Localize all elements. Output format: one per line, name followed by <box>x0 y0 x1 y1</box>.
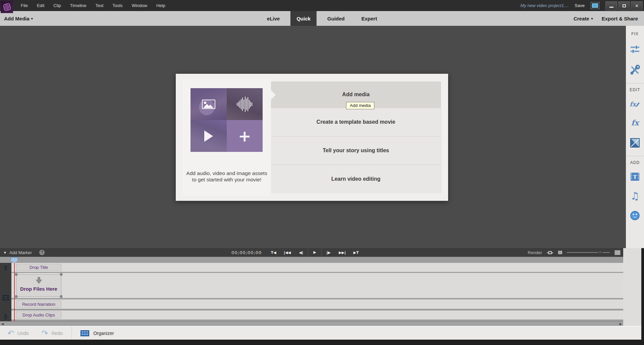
drop-files-label: Drop Files Here <box>20 286 57 292</box>
help-icon[interactable]: ? <box>39 250 45 255</box>
svg-text:T: T <box>633 174 637 180</box>
record-narration-zone[interactable]: Record Narration <box>16 300 61 308</box>
menu-items: File Edit Clip Timeline Text Tools Windo… <box>21 3 165 8</box>
add-marker-button[interactable]: Add Marker <box>9 250 32 255</box>
video-track-row[interactable]: Drop Files Here <box>11 273 623 298</box>
effects-icon[interactable]: fx <box>629 117 641 128</box>
menu-tools[interactable]: Tools <box>112 3 122 8</box>
redo-label: Redo <box>52 331 63 336</box>
waveform-icon <box>237 97 252 112</box>
audio-tile <box>227 88 263 120</box>
zoom-to-fit-icon[interactable]: ◂▸ <box>547 251 553 254</box>
tab-expert[interactable]: Expert <box>356 11 383 26</box>
save-button[interactable]: Save <box>575 3 585 8</box>
organizer-label: Organizer <box>93 331 114 336</box>
timeline-toolbar: ▼ Add Marker ? 00;00;00;00 T◀ |◀◀ ◀| ▶ |… <box>0 248 623 257</box>
menu-text[interactable]: Text <box>95 3 103 8</box>
scroll-left-icon[interactable]: ◀ <box>1 322 4 326</box>
menu-clip[interactable]: Clip <box>53 3 61 8</box>
zoom-slider[interactable] <box>567 252 610 253</box>
resize-handle[interactable] <box>15 295 17 298</box>
title-track-row[interactable]: Drop Title <box>11 263 623 272</box>
scroll-right-icon[interactable]: ▶ <box>620 322 622 326</box>
image-icon <box>202 100 215 109</box>
close-button[interactable]: ✕ <box>631 1 643 10</box>
fix-tools-icon[interactable] <box>629 64 641 76</box>
titles-text-icon[interactable]: T <box>629 171 641 182</box>
narration-track-icon <box>0 314 11 321</box>
timecode-display: 00;00;00;00 <box>231 250 262 255</box>
fix-section-label: FIX <box>631 32 639 36</box>
tab-quick[interactable]: Quick <box>290 11 317 26</box>
create-dropdown[interactable]: Create ▾ <box>574 16 593 21</box>
previous-marker-button[interactable]: T◀ <box>267 250 280 255</box>
organizer-button[interactable]: Organizer <box>80 330 114 336</box>
zoom-slider-handle[interactable] <box>598 250 602 254</box>
video-track-icon <box>0 295 11 302</box>
quick-start-dialog: + Add audio, video and image assets to g… <box>176 74 448 201</box>
menu-window[interactable]: Window <box>132 3 147 8</box>
chevron-down-icon: ▾ <box>31 17 33 20</box>
narration-track-row[interactable]: Record Narration <box>11 299 623 309</box>
add-media-label: Add Media <box>4 16 30 21</box>
action-sidebar: FIX EDIT fx <box>626 26 644 248</box>
go-to-end-button[interactable]: ▶▶| <box>335 250 349 255</box>
maximize-button[interactable] <box>618 1 630 10</box>
redo-button[interactable]: ↷ Redo <box>42 329 63 337</box>
play-button[interactable]: ▶ <box>308 248 322 257</box>
transitions-icon[interactable] <box>629 137 641 149</box>
horizontal-scrollbar[interactable]: ◀ ▶ <box>0 321 623 326</box>
window-edge <box>0 340 644 345</box>
effects-edit-icon[interactable]: fx <box>629 98 641 110</box>
add-section-label: ADD <box>630 160 640 165</box>
undo-label: Undo <box>17 331 29 336</box>
dialog-menu: Add media Create a template based movie … <box>271 81 441 193</box>
tab-guided[interactable]: Guided <box>321 11 351 26</box>
render-cluster: Render ◂▸ <box>528 248 621 257</box>
dialog-caption: Add audio, video and image assets to get… <box>182 170 271 183</box>
next-marker-button[interactable]: ▶T <box>349 250 363 255</box>
marker-flag-icon[interactable]: ▼ <box>3 251 7 254</box>
go-to-start-button[interactable]: |◀◀ <box>280 250 294 255</box>
resize-handle[interactable] <box>60 295 62 298</box>
drop-arrow-icon <box>36 280 42 284</box>
tab-elive[interactable]: eLive <box>261 11 286 26</box>
menu-timeline[interactable]: Timeline <box>70 3 87 8</box>
menu-item-story-titles[interactable]: Tell your story using titles <box>271 136 441 165</box>
resize-handle[interactable] <box>15 273 17 276</box>
premiere-elements-logo-icon <box>2 2 12 12</box>
adjust-sliders-icon[interactable] <box>629 44 641 55</box>
menu-edit[interactable]: Edit <box>37 3 44 8</box>
window-edge <box>641 248 644 345</box>
menu-item-template-movie[interactable]: Create a template based movie <box>271 108 441 136</box>
resize-handle[interactable] <box>60 273 62 276</box>
menu-bar: File Edit Clip Timeline Text Tools Windo… <box>0 0 644 11</box>
render-button[interactable]: Render <box>528 250 542 255</box>
fullscreen-icon[interactable] <box>591 2 599 9</box>
music-icon[interactable]: ♫ <box>629 190 641 202</box>
timeline-ruler[interactable] <box>0 257 623 263</box>
menu-help[interactable]: Help <box>156 3 165 8</box>
redo-icon: ↷ <box>42 329 48 337</box>
app-logo <box>1 1 13 13</box>
menu-file[interactable]: File <box>21 3 28 8</box>
mode-tabs: eLive Quick Guided Expert <box>261 11 383 26</box>
minimize-button[interactable] <box>605 1 617 10</box>
undo-button[interactable]: ↶ Undo <box>7 329 29 337</box>
drop-files-zone[interactable]: Drop Files Here <box>16 274 61 297</box>
graphics-smiley-icon[interactable] <box>629 210 641 221</box>
zoom-out-icon[interactable] <box>558 251 562 254</box>
drop-title-zone[interactable]: Drop Title <box>16 264 61 271</box>
audio-track-row[interactable]: Drop Audio Clips <box>11 310 623 320</box>
drop-audio-zone[interactable]: Drop Audio Clips <box>16 311 61 319</box>
menu-item-learn-editing[interactable]: Learn video editing <box>271 165 441 193</box>
add-media-dropdown[interactable]: Add Media ▾ <box>4 16 33 21</box>
step-forward-button[interactable]: |▶ <box>322 250 335 255</box>
window-controls: ✕ <box>605 1 643 10</box>
create-label: Create <box>574 16 589 21</box>
track-header-column: T ♪ <box>0 263 11 321</box>
export-share-button[interactable]: Export & Share <box>602 16 638 21</box>
step-back-button[interactable]: ◀| <box>294 250 308 255</box>
organizer-grid-icon <box>80 330 89 336</box>
zoom-in-icon[interactable] <box>614 250 621 255</box>
